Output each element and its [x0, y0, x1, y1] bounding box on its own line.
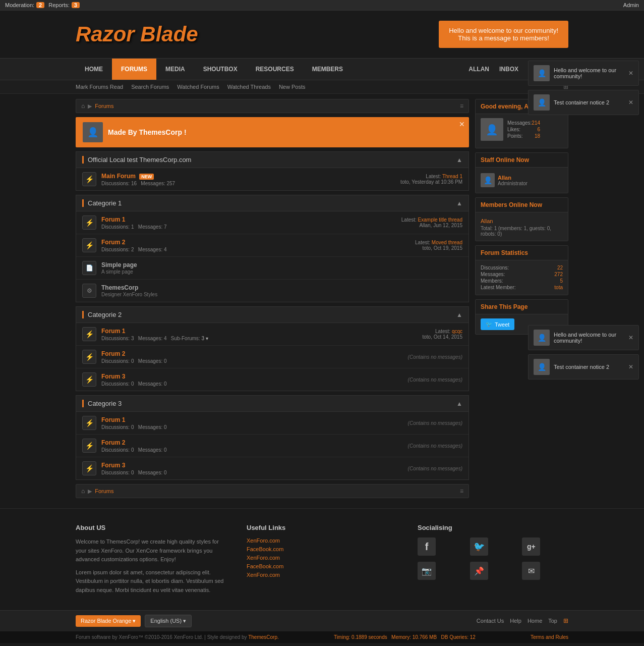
float-close-2[interactable]: ✕ [628, 99, 633, 106]
category-toggle-1[interactable]: ▲ [456, 200, 462, 207]
mark-forums-read[interactable]: Mark Forums Read [76, 84, 123, 90]
twitter-bird-icon: 🐦 [486, 321, 493, 328]
moderation-badge[interactable]: Moderation: 2 [5, 2, 44, 8]
forum-name-link[interactable]: Forum 2 [101, 439, 125, 446]
category-toggle-official[interactable]: ▲ [456, 156, 462, 164]
nav-shoutbox[interactable]: SHOUTBOX [194, 59, 247, 80]
lightning-icon: ⚡ [85, 375, 94, 384]
forum-info: Forum 1 Discussions: 3 Messages: 4 Sub-F… [101, 328, 377, 341]
googleplus-icon[interactable]: g+ [522, 537, 540, 556]
rss-icon[interactable]: ⊞ [563, 617, 568, 624]
members-count-label: Members: [481, 278, 503, 284]
floating-notice-2: 👤 Test container notice 2 ✕ [528, 90, 639, 115]
forum-icon: ⚙ [82, 284, 96, 298]
forum-info: Forum 1 Discussions: 0 Messages: 0 [101, 416, 377, 430]
search-forums[interactable]: Search Forums [131, 84, 169, 90]
lightning-icon: ⚡ [85, 419, 94, 427]
notice-close-button[interactable]: ✕ [459, 120, 465, 128]
forum-row: ⚡ Forum 2 Discussions: 0 Messages: 0 (Co… [76, 435, 469, 457]
forum-name-link[interactable]: Simple page [101, 261, 137, 268]
latest-thread-link[interactable]: Thread 1 [442, 174, 462, 179]
category-header-3: Categorie 3 ▲ [76, 396, 469, 412]
forum-icon: ⚡ [82, 461, 96, 475]
copyright-right: Terms and Rules [531, 634, 568, 640]
forum-row: ⚡ Forum 1 Discussions: 3 Messages: 4 Sub… [76, 323, 469, 346]
home-icon[interactable]: ⌂ [81, 102, 85, 110]
latest-thread-link[interactable]: Example title thread [418, 217, 462, 223]
nav-resources[interactable]: RESOURCES [247, 59, 303, 80]
forum-stats: Discussions: 0 Messages: 0 [101, 424, 377, 430]
lightning-icon: ⚡ [85, 353, 94, 361]
latest-thread-link[interactable]: qcqc [452, 329, 462, 334]
welcome-box: Hello and welcome to our community! This… [439, 21, 568, 48]
terms-link[interactable]: Terms and Rules [531, 634, 568, 640]
forum-name-link[interactable]: Forum 1 [101, 216, 125, 223]
new-posts[interactable]: New Posts [279, 84, 306, 90]
forum-name-link[interactable]: Forum 3 [101, 373, 125, 380]
lightning-icon: ⚡ [85, 241, 94, 249]
useful-link-0[interactable]: XenForo.com [247, 537, 397, 544]
forum-name-link[interactable]: ThemesCorp [101, 284, 138, 291]
email-icon[interactable]: ✉ [522, 562, 540, 580]
nav-username[interactable]: ALLAN [465, 64, 492, 75]
forum-name-link[interactable]: Main Forum [101, 173, 136, 180]
useful-link-4[interactable]: XenForo.com [247, 572, 397, 578]
instagram-icon[interactable]: 📷 [418, 562, 436, 580]
breadcrumb-menu-icon[interactable]: ≡ [460, 102, 463, 110]
breadcrumb-bottom-menu-icon[interactable]: ≡ [460, 488, 463, 495]
breadcrumb-left: ⌂ ▶ Forums [81, 102, 114, 110]
themescorp-link[interactable]: ThemesCorp. [248, 634, 279, 640]
pinterest-icon[interactable]: 📌 [470, 562, 488, 580]
forum-row: ⚡ Forum 3 Discussions: 0 Messages: 0 (Co… [76, 457, 469, 479]
forum-info: Forum 1 Discussions: 1 Messages: 7 [101, 216, 377, 230]
latest-thread-link[interactable]: Moved thread [432, 240, 462, 245]
lightning-icon: ⚡ [85, 175, 94, 183]
staff-name[interactable]: Allan [498, 175, 528, 181]
sub-forums-link[interactable]: 3 ▾ [201, 336, 208, 341]
category-1: Categorie 1 ▲ ⚡ Forum 1 Discussions: 1 M… [76, 195, 469, 302]
nav-inbox[interactable]: INBOX [496, 64, 521, 75]
category-toggle-2[interactable]: ▲ [456, 311, 462, 318]
contact-us-link[interactable]: Contact Us [477, 618, 504, 624]
float-close-3[interactable]: ✕ [628, 334, 633, 341]
tweet-button[interactable]: 🐦 Tweet [481, 318, 514, 330]
nav-home[interactable]: HOME [76, 59, 112, 80]
useful-link-1[interactable]: FaceBook.com [247, 546, 397, 552]
content-area: ⌂ ▶ Forums ≡ 👤 Made By ThemesCorp ! ✕ Of… [76, 99, 469, 498]
user-avatar: 👤 [481, 118, 503, 141]
home-icon-bottom[interactable]: ⌂ [81, 488, 85, 495]
notice-box: 👤 Made By ThemesCorp ! ✕ [76, 117, 469, 147]
twitter-icon[interactable]: 🐦 [470, 537, 488, 556]
forum-name-link[interactable]: Forum 2 [101, 350, 125, 357]
forum-name-link[interactable]: Forum 3 [101, 462, 125, 469]
top-link[interactable]: Top [548, 618, 557, 624]
useful-link-3[interactable]: FaceBook.com [247, 563, 397, 569]
float-close-1[interactable]: ✕ [628, 70, 633, 77]
help-link[interactable]: Help [510, 618, 521, 624]
float-text-4: Test container notice 2 [554, 364, 624, 370]
category-toggle-3[interactable]: ▲ [456, 400, 462, 407]
about-text2: Lorem ipsum dolor sit amet, consectetur … [76, 568, 226, 595]
watched-threads[interactable]: Watched Threads [227, 84, 271, 90]
nav-media[interactable]: MEDIA [156, 59, 194, 80]
forum-info: ThemesCorp Designer XenForo Styles [101, 284, 462, 297]
home-link[interactable]: Home [528, 618, 542, 624]
watched-forums[interactable]: Watched Forums [177, 84, 219, 90]
float-avatar-1: 👤 [534, 65, 550, 81]
forum-name-link[interactable]: Forum 2 [101, 239, 125, 246]
forum-name-link[interactable]: Forum 1 [101, 416, 125, 423]
facebook-icon[interactable]: f [418, 537, 436, 556]
float-close-4[interactable]: ✕ [628, 363, 633, 370]
forum-name-link[interactable]: Forum 1 [101, 328, 125, 335]
reports-badge[interactable]: Reports: 3 [48, 2, 80, 8]
category-title-2: Categorie 2 [82, 311, 122, 318]
language-selector[interactable]: English (US) ▾ [145, 615, 192, 627]
site-logo[interactable]: Razor Blade [76, 22, 198, 46]
header: Razor Blade Hello and welcome to our com… [0, 11, 644, 58]
useful-link-2[interactable]: XenForo.com [247, 555, 397, 561]
nav-members[interactable]: MEMBERS [303, 59, 352, 80]
theme-selector[interactable]: Razor Blade Orange ▾ [76, 615, 141, 627]
forum-icon: 📄 [82, 261, 96, 275]
forum-info: Forum 2 Discussions: 0 Messages: 0 [101, 439, 377, 453]
nav-forums[interactable]: FORUMS [112, 59, 156, 80]
